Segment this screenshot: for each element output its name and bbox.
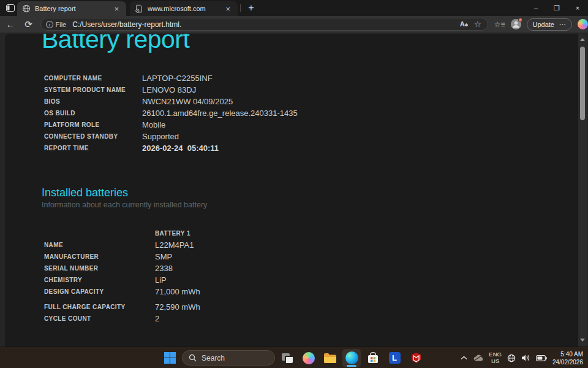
refresh-button[interactable]: ⟳ (21, 18, 37, 31)
copilot-taskbar-button[interactable] (300, 349, 318, 367)
copilot-icon (303, 352, 315, 364)
info-icon: i (46, 21, 53, 28)
tab-microsoft[interactable]: www.microsoft.com × (130, 1, 238, 16)
mcafee-shield-icon (410, 352, 422, 364)
table-row: CHEMISTRYLiP (44, 274, 587, 286)
row-label: CYCLE COUNT (44, 315, 155, 322)
volume-icon[interactable] (521, 354, 530, 362)
tab-actions-icon (6, 4, 15, 12)
file-explorer-button[interactable] (321, 349, 339, 367)
update-label: Update (533, 21, 554, 28)
tab-battery-report[interactable]: Battery report × (17, 1, 126, 16)
microsoft-store-button[interactable] (364, 349, 382, 367)
browser-window: Battery report × www.microsoft.com × + –… (0, 0, 588, 347)
row-label: BIOS (44, 98, 142, 105)
browser-toolbar: ← ⟳ i File C:/Users/user/battery-report.… (0, 16, 588, 33)
table-row: CONNECTED STANDBYSupported (44, 131, 587, 142)
favorite-star-icon[interactable]: ☆ (474, 20, 481, 29)
row-value: Supported (142, 132, 179, 141)
notification-dot (518, 18, 522, 22)
tab-actions-menu-button[interactable] (4, 2, 17, 13)
clock[interactable]: 5:40 AM 24/02/2026 (552, 350, 583, 366)
table-row: REPORT TIME2026-02-24 05:40:11 (44, 142, 587, 154)
row-label: NAME (44, 242, 155, 248)
table-row: CYCLE COUNT2 (44, 313, 587, 324)
row-value: 2026-02-24 05:40:11 (142, 144, 219, 153)
page-title: Battery report (42, 34, 587, 54)
table-row: BIOSNWCN21WW 04/09/2025 (44, 96, 587, 107)
row-value: 72,590 mWh (155, 302, 200, 312)
linkedin-button[interactable]: L (385, 349, 404, 367)
site-info-chip[interactable]: i File (46, 21, 67, 28)
search-icon (189, 354, 197, 362)
battery-report-page: Battery report COMPUTER NAMELAPTOP-C2255… (5, 34, 587, 347)
battery-table: BATTERY 1 NAMEL22M4PA1MANUFACTURERSMPSER… (44, 228, 587, 324)
row-value: LiP (155, 275, 167, 285)
row-value: LENOVO 83DJ (142, 85, 196, 94)
vertical-scrollbar[interactable] (578, 34, 587, 347)
tray-time: 5:40 AM (552, 350, 583, 358)
scroll-up-arrow[interactable] (578, 35, 587, 44)
installed-batteries-subtitle: Information about each currently install… (42, 201, 587, 209)
new-tab-button[interactable]: + (244, 2, 258, 14)
system-info-table: COMPUTER NAMELAPTOP-C2255INFSYSTEM PRODU… (44, 72, 587, 154)
profile-avatar[interactable] (511, 19, 521, 29)
scrollbar-thumb[interactable] (580, 47, 585, 120)
tab-close-button[interactable]: × (111, 4, 121, 13)
globe-icon (22, 4, 31, 13)
row-value: Mobile (142, 120, 165, 129)
page-icon (135, 4, 143, 13)
tab-title: Battery report (35, 5, 111, 12)
table-row: FULL CHARGE CAPACITY72,590 mWh (44, 301, 587, 313)
favorites-icon[interactable]: ☆≡ (494, 20, 505, 29)
language-indicator[interactable]: ENG US (489, 351, 502, 365)
taskbar-search[interactable]: Search (182, 350, 275, 366)
update-button[interactable]: Update ⋯ (527, 18, 572, 31)
network-icon[interactable] (507, 354, 516, 362)
more-menu-icon[interactable]: ⋯ (559, 20, 566, 28)
copilot-icon[interactable] (578, 19, 588, 29)
row-label: FULL CHARGE CAPACITY (44, 304, 155, 310)
task-view-button[interactable] (278, 349, 296, 367)
minimize-button[interactable]: – (526, 0, 546, 16)
back-button[interactable]: ← (2, 18, 18, 31)
row-value: LAPTOP-C2255INF (142, 74, 213, 83)
row-label: COMPUTER NAME (44, 75, 142, 82)
folder-icon (323, 353, 337, 364)
tab-close-button[interactable]: × (223, 4, 233, 13)
row-value: 2338 (155, 264, 173, 273)
close-button[interactable]: × (567, 0, 588, 16)
scroll-down-arrow[interactable] (578, 335, 587, 344)
content-frame: Battery report COMPUTER NAMELAPTOP-C2255… (0, 33, 588, 347)
onedrive-icon[interactable] (473, 355, 483, 361)
installed-batteries-heading: Installed batteries (42, 186, 587, 199)
table-row: SERIAL NUMBER2338 (44, 263, 587, 274)
row-value: 2 (155, 314, 159, 323)
row-value: SMP (155, 252, 172, 261)
start-button[interactable] (160, 349, 179, 367)
battery-icon[interactable] (536, 355, 547, 361)
mcafee-button[interactable] (407, 349, 425, 367)
edge-icon (345, 351, 358, 364)
language-line1: ENG (489, 351, 502, 358)
row-label: DESIGN CAPACITY (44, 288, 155, 295)
store-icon (367, 352, 379, 364)
read-aloud-icon[interactable]: A⁎ (460, 20, 468, 28)
taskbar: Search L (0, 347, 588, 368)
tray-chevron-up[interactable] (461, 356, 467, 360)
table-row: NAMEL22M4PA1 (44, 239, 587, 251)
address-bar[interactable]: i File C:/Users/user/battery-report.html… (40, 18, 488, 31)
row-label: REPORT TIME (44, 145, 142, 151)
table-header-row: BATTERY 1 (44, 228, 587, 239)
battery-column-header: BATTERY 1 (155, 230, 190, 237)
row-value: L22M4PA1 (155, 240, 194, 250)
linkedin-icon: L (389, 352, 401, 364)
url-text[interactable]: C:/Users/user/battery-report.html. (72, 20, 459, 29)
table-row: COMPUTER NAMELAPTOP-C2255INF (44, 72, 587, 84)
restore-button[interactable]: ❐ (546, 0, 567, 16)
edge-taskbar-button[interactable] (342, 349, 361, 367)
row-value: 71,000 mWh (155, 287, 200, 296)
tab-strip: Battery report × www.microsoft.com × + –… (0, 0, 588, 16)
tab-title: www.microsoft.com (148, 5, 223, 12)
tab-divider (240, 4, 241, 12)
